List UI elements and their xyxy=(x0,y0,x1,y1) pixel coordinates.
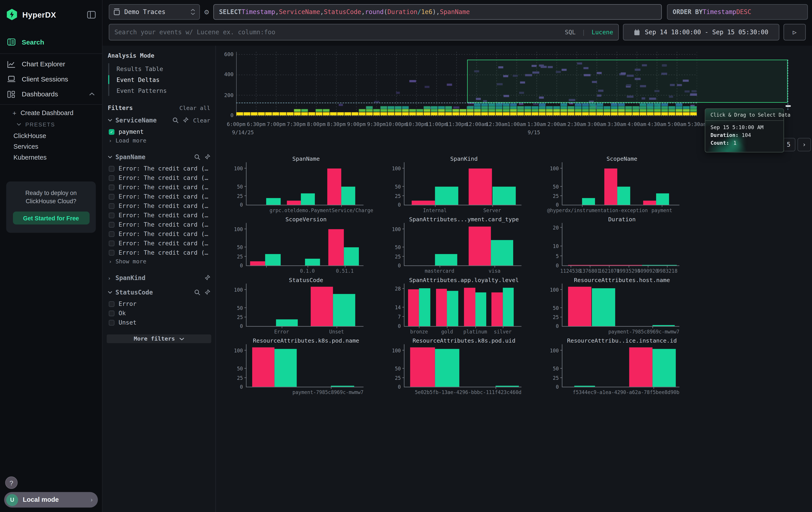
checkbox[interactable]: ✓ xyxy=(109,129,115,135)
checkbox[interactable] xyxy=(109,175,115,181)
next-page-button[interactable]: › xyxy=(798,138,811,152)
checkbox[interactable] xyxy=(109,320,115,325)
sql-toggle[interactable]: SQL xyxy=(565,28,576,36)
more-filters-button[interactable]: More filters xyxy=(107,334,211,343)
x-tick-label: 0.51.1 xyxy=(336,268,354,274)
analysis-mode-list: Results TableEvent DeltasEvent Patterns xyxy=(108,63,211,96)
filter-option[interactable]: Ok xyxy=(107,308,211,318)
bar xyxy=(605,168,617,205)
language-toggle[interactable]: SQL | Lucene xyxy=(565,28,613,36)
mini-chart-spanname[interactable]: SpanName02550100grpc.oteldemo.PaymentSer… xyxy=(228,156,369,213)
filter-option[interactable]: Error: The credit card (… xyxy=(107,238,211,248)
select-clause-input[interactable]: SELECT Timestamp, ServiceName, StatusCod… xyxy=(213,4,662,20)
sidebar-item-dashboards[interactable]: Dashboards xyxy=(0,87,102,102)
mini-chart-duration[interactable]: Duration05102011245381376801162107019935… xyxy=(544,216,685,273)
chart-plot: 02550100grpc.oteldemo.PaymentService/Cha… xyxy=(246,165,364,206)
filter-section-servicename[interactable]: ServiceName Clear xyxy=(108,117,210,124)
threshold-handle[interactable] xyxy=(786,105,791,107)
sidebar-item-kubernetes[interactable]: Kubernetes xyxy=(0,152,102,163)
mini-chart-statuscode[interactable]: StatusCode02550100ErrorUnset xyxy=(228,277,369,334)
analysis-mode-option[interactable]: Event Patterns xyxy=(109,85,211,96)
get-started-button[interactable]: Get Started for Free xyxy=(13,212,89,224)
sidebar-item-search[interactable]: Search xyxy=(0,33,102,51)
x-tick-label: payment xyxy=(651,208,672,213)
y-tick-label: 25 xyxy=(237,253,243,259)
filter-option[interactable]: Error: The credit card (… xyxy=(107,183,211,192)
clear-servicename-button[interactable]: Clear xyxy=(193,117,210,124)
checkbox[interactable] xyxy=(109,203,115,209)
mini-chart-resourceattributes-k8s-pod-uid[interactable]: ResourceAttributes.k8s.pod.uid025501005e… xyxy=(386,338,526,395)
order-by-input[interactable]: ORDER BY Timestamp DESC xyxy=(667,4,808,20)
filter-option[interactable]: Error: The credit card (… xyxy=(107,192,211,201)
search-icon[interactable] xyxy=(172,117,178,123)
x-tick-label: 1124538 xyxy=(560,268,581,274)
x-tick-label: visa xyxy=(489,268,500,274)
sidebar-item-create-dashboard[interactable]: + Create Dashboard xyxy=(0,107,102,119)
sidebar-collapse-icon[interactable] xyxy=(87,11,96,19)
filter-section-spankind[interactable]: › SpanKind xyxy=(108,274,210,281)
filter-section-statuscode[interactable]: StatusCode xyxy=(108,289,210,296)
checkbox[interactable] xyxy=(109,249,115,255)
filter-option[interactable]: Error: The credit card (… xyxy=(107,248,211,257)
checkbox[interactable] xyxy=(109,240,115,246)
search-icon[interactable] xyxy=(194,289,200,296)
checkbox[interactable] xyxy=(109,222,115,227)
mini-chart-scopeversion[interactable]: ScopeVersion025501000.1.00.51.1 xyxy=(228,216,369,273)
filter-option[interactable]: Error: The credit card (… xyxy=(107,173,211,183)
duration-heatmap[interactable]: 6004002000 6:00pm6:30pm7:00pm7:30pm8:00p… xyxy=(216,52,697,143)
filter-option[interactable]: Error: The credit card (… xyxy=(107,164,211,173)
threshold-line[interactable] xyxy=(236,103,697,103)
mini-chart-resourceattributes-k8s-pod-name[interactable]: ResourceAttributes.k8s.pod.name02550100p… xyxy=(228,338,369,395)
date-range-picker[interactable]: Sep 14 18:00:00 - Sep 15 05:30:00 xyxy=(623,24,779,41)
checkbox[interactable] xyxy=(109,184,115,190)
sidebar-item-clickhouse[interactable]: ClickHouse xyxy=(0,130,102,141)
chevron-right-icon: › xyxy=(91,496,93,504)
checkbox[interactable] xyxy=(109,231,115,237)
mini-chart-resourceattribu-ice-instance-id[interactable]: ResourceAttribu..ice.instance.id02550100… xyxy=(544,338,685,395)
pin-icon[interactable] xyxy=(204,289,210,296)
filter-section-spanname[interactable]: SpanName xyxy=(108,153,210,161)
checkbox[interactable] xyxy=(109,166,115,171)
source-select[interactable]: Demo Traces xyxy=(109,4,200,20)
help-button[interactable]: ? xyxy=(5,476,18,489)
sidebar-item-services[interactable]: Services xyxy=(0,141,102,152)
gear-icon[interactable]: ⚙ xyxy=(200,4,213,20)
mini-chart-resourceattributes-host-name[interactable]: ResourceAttributes.host.name02550100paym… xyxy=(544,277,685,334)
pin-icon[interactable] xyxy=(204,275,210,281)
show-more-button[interactable]: ›Show more xyxy=(107,257,211,266)
sidebar-presets-toggle[interactable]: PRESETS xyxy=(0,119,102,130)
clear-all-button[interactable]: Clear all xyxy=(179,104,210,111)
mini-chart-spankind[interactable]: SpanKind02550100InternalServer xyxy=(386,156,526,213)
checkbox[interactable] xyxy=(109,194,115,199)
filter-option[interactable]: ✓payment xyxy=(107,127,211,136)
filter-option[interactable]: Error: The credit card (… xyxy=(107,220,211,229)
analysis-mode-option[interactable]: Results Table xyxy=(109,63,211,74)
mini-chart-spanattributes-yment-card-type[interactable]: SpanAttributes...yment.card_type02550100… xyxy=(386,216,526,273)
filter-option[interactable]: Error xyxy=(107,299,211,308)
bar xyxy=(276,320,298,326)
pin-icon[interactable] xyxy=(204,154,210,160)
y-tick-label: 50 xyxy=(553,305,559,311)
sidebar-item-client-sessions[interactable]: Client Sessions xyxy=(0,72,102,87)
filter-option[interactable]: Unset xyxy=(107,318,211,327)
search-input[interactable]: Search your events w/ Lucene ex. column:… xyxy=(109,24,619,41)
lucene-toggle[interactable]: Lucene xyxy=(592,28,613,36)
filter-option[interactable]: Error: The credit card (… xyxy=(107,211,211,220)
filter-option[interactable]: Error: The credit card (… xyxy=(107,229,211,238)
checkbox[interactable] xyxy=(109,310,115,316)
checkbox[interactable] xyxy=(109,212,115,218)
promo-line-1: Ready to deploy on xyxy=(11,189,90,197)
filter-option[interactable]: Error: The credit card (… xyxy=(107,201,211,211)
selection-region[interactable] xyxy=(467,60,788,103)
mini-chart-spanattributes-app-loyalty-level[interactable]: SpanAttributes.app.loyalty.level071428br… xyxy=(386,277,526,334)
analysis-mode-option[interactable]: Event Deltas xyxy=(109,74,211,85)
run-query-button[interactable]: ▷ xyxy=(784,24,806,41)
pin-icon[interactable] xyxy=(182,117,188,123)
checkbox[interactable] xyxy=(109,301,115,307)
search-icon[interactable] xyxy=(194,154,200,160)
heatmap-plot[interactable] xyxy=(236,52,697,116)
user-menu[interactable]: U Local mode › xyxy=(4,492,98,508)
sidebar-item-chart-explorer[interactable]: Chart Explorer xyxy=(0,57,102,72)
load-more-button[interactable]: ›Load more xyxy=(107,136,211,145)
mini-chart-scopename[interactable]: ScopeName02550100@hyperdx/instrumentatio… xyxy=(544,156,685,213)
